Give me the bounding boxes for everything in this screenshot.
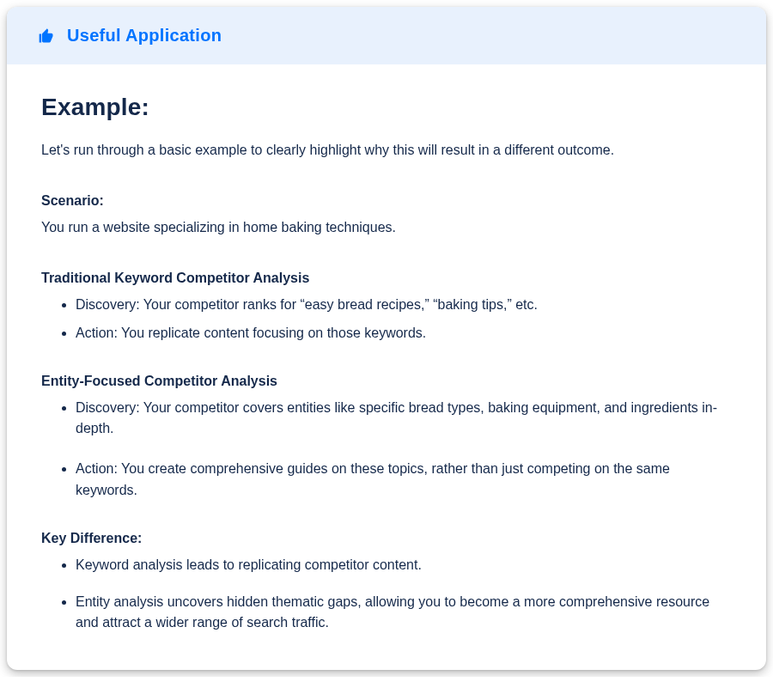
traditional-label: Traditional Keyword Competitor Analysis [41, 271, 732, 286]
example-heading: Example: [41, 94, 732, 121]
card-body: Example: Let's run through a basic examp… [7, 64, 766, 670]
list-item: Discovery: Your competitor ranks for “ea… [76, 295, 732, 316]
list-item: Keyword analysis leads to replicating co… [76, 555, 732, 576]
key-difference-list: Keyword analysis leads to replicating co… [41, 555, 732, 634]
info-card: Useful Application Example: Let's run th… [7, 7, 766, 670]
list-item: Action: You create comprehensive guides … [76, 459, 732, 502]
card-title: Useful Application [67, 26, 222, 46]
list-item: Entity analysis uncovers hidden thematic… [76, 592, 732, 635]
entity-list: Discovery: Your competitor covers entiti… [41, 398, 732, 502]
traditional-analysis-block: Traditional Keyword Competitor Analysis … [41, 271, 732, 344]
entity-analysis-block: Entity-Focused Competitor Analysis Disco… [41, 374, 732, 502]
thumbs-up-icon [38, 27, 55, 45]
traditional-list: Discovery: Your competitor ranks for “ea… [41, 295, 732, 344]
intro-text: Let's run through a basic example to cle… [41, 140, 732, 161]
list-item: Discovery: Your competitor covers entiti… [76, 398, 732, 441]
key-difference-label: Key Difference: [41, 531, 732, 546]
list-item: Action: You replicate content focusing o… [76, 323, 732, 344]
scenario-label: Scenario: [41, 193, 732, 209]
key-difference-block: Key Difference: Keyword analysis leads t… [41, 531, 732, 634]
card-header: Useful Application [7, 7, 766, 64]
entity-label: Entity-Focused Competitor Analysis [41, 374, 732, 389]
scenario-text: You run a website specializing in home b… [41, 217, 732, 238]
